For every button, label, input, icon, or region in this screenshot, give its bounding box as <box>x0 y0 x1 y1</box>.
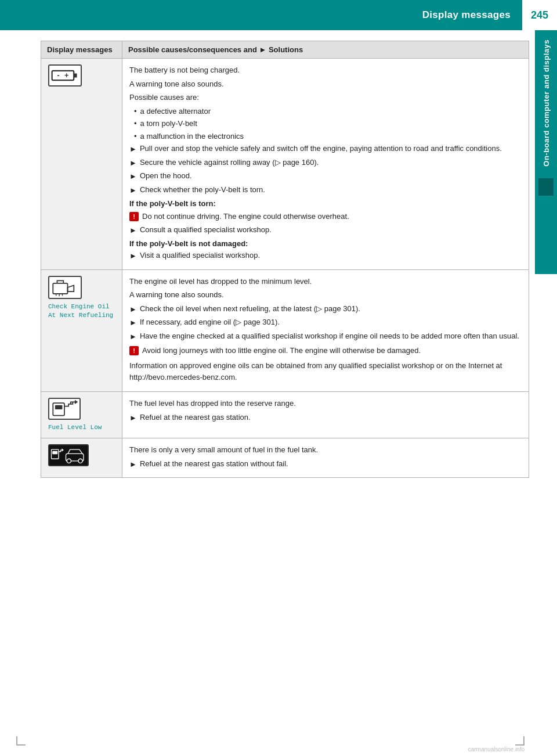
battery-intro-1: The battery is not being charged. <box>129 64 522 76</box>
warning-icon-2: ! <box>129 346 139 355</box>
arrow-4: ► Check whether the poly-V-belt is torn. <box>129 184 522 196</box>
table-row: There is only a very small amount of fue… <box>41 438 529 478</box>
fuel-empty-arrow-1: ► Refuel at the nearest gas station with… <box>129 458 522 470</box>
battery-intro-2: A warning tone also sounds. <box>129 78 522 90</box>
watermark: carmanualsonline.info <box>468 746 525 753</box>
fuel-low-content-cell: The fuel level has dropped into the rese… <box>122 392 529 438</box>
fuel-icon <box>48 398 81 420</box>
arrow-1: ► Pull over and stop the vehicle safely … <box>129 143 522 155</box>
svg-text:-: - <box>57 71 60 80</box>
fuel-low-icon-wrapper: Fuel Level Low <box>48 398 115 432</box>
fuel-low-intro: The fuel level has dropped into the rese… <box>129 398 522 409</box>
svg-rect-15 <box>52 451 57 454</box>
display-messages-table: Display messages Possible causes/consequ… <box>41 41 529 478</box>
svg-text:+: + <box>64 71 68 80</box>
bullet-3: •a malfunction in the electronics <box>129 131 522 142</box>
header-title-area: Display messages 245 <box>422 0 557 30</box>
oil-label: Check Engine OilAt Next Refueling <box>48 303 113 321</box>
fuel-low-arrow-1: ► Refuel at the nearest gas station. <box>129 412 522 424</box>
bold-heading-2: If the poly-V-belt is not damaged: <box>129 239 522 248</box>
oil-icon-wrapper: Check Engine OilAt Next Refueling <box>48 276 115 321</box>
header-title: Display messages <box>422 9 522 21</box>
fuel-empty-icon-wrapper <box>48 444 115 466</box>
oil-warning-1: ! Avoid long journeys with too little en… <box>129 345 522 357</box>
battery-intro-3: Possible causes are: <box>129 92 522 103</box>
page-number: 245 <box>522 0 557 30</box>
svg-point-19 <box>78 459 82 463</box>
car-fuel-icon <box>48 444 89 466</box>
battery-icon-wrapper: - + <box>48 64 115 87</box>
corner-mark-br <box>515 736 525 746</box>
svg-rect-10 <box>53 403 64 415</box>
battery-icon: - + <box>48 64 82 87</box>
fuel-empty-intro: There is only a very small amount of fue… <box>129 444 522 456</box>
bullet-1: •a defective alternator <box>129 106 522 117</box>
bullet-2: •a torn poly-V-belt <box>129 118 522 129</box>
oil-note: Information on approved engine oils can … <box>129 360 522 384</box>
svg-rect-4 <box>53 283 67 293</box>
svg-point-18 <box>67 459 71 463</box>
col-header-causes: Possible causes/consequences and ► Solut… <box>122 41 529 59</box>
oil-arrow-2: ► If necessary, add engine oil (▷ page 3… <box>129 316 522 329</box>
svg-marker-13 <box>75 400 78 404</box>
table-row: Fuel Level Low The fuel level has droppe… <box>41 392 529 438</box>
warning-1: ! Do not continue driving. The engine co… <box>129 211 522 222</box>
oil-arrow-3: ► Have the engine checked at a qualified… <box>129 330 522 343</box>
oil-icon-cell: Check Engine OilAt Next Refueling <box>41 269 122 392</box>
fuel-empty-content-cell: There is only a very small amount of fue… <box>122 438 529 478</box>
svg-marker-16 <box>62 449 64 452</box>
arrow-6: ► Visit a qualified specialist workshop. <box>129 250 522 262</box>
col-header-display-messages: Display messages <box>41 41 122 59</box>
svg-rect-14 <box>51 450 59 459</box>
warning-icon-1: ! <box>129 212 139 221</box>
table-row: - + The battery is not being charged. A … <box>41 59 529 270</box>
svg-rect-11 <box>55 405 63 409</box>
side-tab: On-board computer and displays <box>535 30 557 274</box>
corner-mark-bl <box>16 736 26 746</box>
arrow-5: ► Consult a qualified specialist worksho… <box>129 224 522 236</box>
fuel-empty-icon-cell <box>41 438 122 478</box>
oil-arrow-1: ► Check the oil level when next refuelin… <box>129 303 522 315</box>
oil-intro-1: The engine oil level has dropped to the … <box>129 276 522 287</box>
side-tab-label: On-board computer and displays <box>538 30 554 176</box>
arrow-2: ► Secure the vehicle against rolling awa… <box>129 157 522 169</box>
oil-icon <box>48 276 82 299</box>
bold-heading-1: If the poly-V-belt is torn: <box>129 199 522 208</box>
main-content: Display messages Possible causes/consequ… <box>35 30 535 733</box>
oil-content-cell: The engine oil level has dropped to the … <box>122 269 529 392</box>
side-tab-color-block <box>538 178 554 196</box>
fuel-low-icon-cell: Fuel Level Low <box>41 392 122 438</box>
svg-rect-1 <box>74 73 77 77</box>
battery-content-cell: The battery is not being charged. A warn… <box>122 59 529 270</box>
battery-icon-cell: - + <box>41 59 122 270</box>
svg-marker-5 <box>68 285 74 291</box>
table-row: Check Engine OilAt Next Refueling The en… <box>41 269 529 392</box>
arrow-3: ► Open the hood. <box>129 170 522 182</box>
fuel-low-label: Fuel Level Low <box>48 423 102 432</box>
svg-rect-0 <box>52 71 74 80</box>
oil-intro-2: A warning tone also sounds. <box>129 289 522 301</box>
header-bar: Display messages 245 <box>0 0 557 30</box>
